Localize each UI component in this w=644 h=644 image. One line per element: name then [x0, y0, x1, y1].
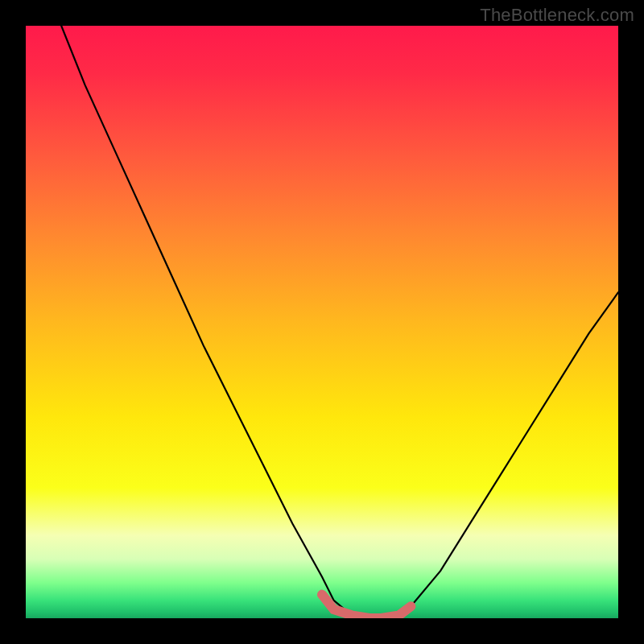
plot-area [26, 26, 618, 618]
chart-frame: TheBottleneck.com [0, 0, 644, 644]
bottleneck-curve-line [61, 26, 618, 618]
highlight-segment [322, 595, 411, 618]
curve-layer [26, 26, 618, 618]
watermark-text: TheBottleneck.com [480, 5, 634, 26]
